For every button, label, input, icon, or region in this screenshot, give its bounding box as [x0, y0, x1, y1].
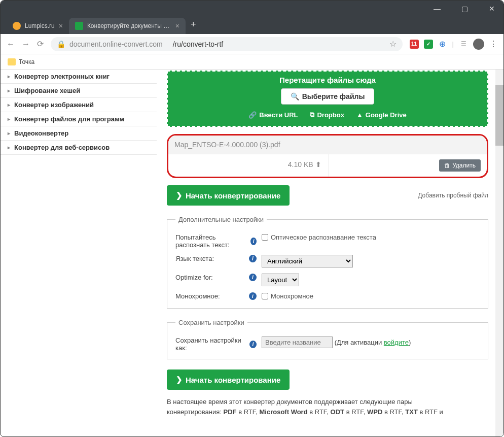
- bookmark-item[interactable]: Точка: [19, 58, 34, 65]
- chevron-right-icon: ▸: [8, 116, 10, 122]
- extension-icon[interactable]: 11: [410, 40, 419, 49]
- enter-url-link[interactable]: 🔗Ввести URL: [248, 111, 298, 119]
- file-name: Map_ENTSO-E-4.000.000 (3).pdf: [168, 136, 487, 154]
- choose-files-label: Выберите файлы: [302, 92, 365, 100]
- sidebar-item-label: Конвертер изображений: [14, 101, 94, 109]
- info-icon[interactable]: i: [250, 238, 257, 245]
- url-text: document.online-convert.com/ru/convert-t…: [69, 40, 238, 48]
- lock-icon: 🔒: [57, 40, 65, 48]
- extension-icon[interactable]: ✓: [424, 40, 433, 49]
- search-icon: 🔍: [291, 92, 299, 100]
- sidebar-item-image[interactable]: ▸Конвертер изображений: [1, 98, 157, 112]
- sidebar-item-label: Конвертер файлов для программ: [14, 115, 124, 123]
- tab-title: Lumpics.ru: [25, 22, 55, 29]
- window-minimize[interactable]: —: [429, 5, 445, 13]
- chevron-right-icon: ❯: [176, 191, 183, 200]
- save-as-label: Сохранить настройки как:: [175, 337, 249, 352]
- sidebar-item-software[interactable]: ▸Конвертер файлов для программ: [1, 112, 157, 126]
- fieldset-legend: Дополнительные настройки: [175, 216, 267, 223]
- gdrive-link[interactable]: ▲Google Drive: [356, 111, 407, 119]
- delete-file-button[interactable]: 🗑 Удалить: [439, 159, 481, 172]
- monochrome-checkbox-label[interactable]: Монохромное: [262, 292, 313, 300]
- browser-addressbar: ← → ⟳ 🔒 document.online-convert.com/ru/c…: [1, 34, 503, 54]
- ocr-checkbox[interactable]: [262, 234, 268, 241]
- tab-convert[interactable]: Конвертируйте документы в фо ×: [69, 18, 186, 34]
- tab-title: Конвертируйте документы в фо: [87, 22, 171, 29]
- info-icon[interactable]: i: [249, 341, 257, 348]
- start-label: Начать конвертирование: [186, 376, 280, 384]
- start-conversion-button-bottom[interactable]: ❯ Начать конвертирование: [167, 369, 290, 390]
- info-icon[interactable]: i: [249, 292, 257, 300]
- optimize-label: Optimize for:: [175, 274, 213, 281]
- link-label: Ввести URL: [259, 111, 298, 119]
- settings-name-input[interactable]: [262, 337, 333, 348]
- language-label: Язык текста:: [175, 255, 214, 262]
- reader-icon[interactable]: ☰: [459, 40, 468, 49]
- add-sample-link[interactable]: Добавить пробный файл: [418, 192, 488, 199]
- extensions: 11 ✓ ⊕ | ☰ ⋮: [410, 39, 497, 50]
- sidebar-item-label: Шифрование хешей: [14, 87, 80, 94]
- new-tab-button[interactable]: +: [186, 19, 201, 34]
- supported-formats-text: В настоящее время этот конвертер докумен…: [167, 397, 488, 417]
- chevron-right-icon: ❯: [176, 375, 183, 384]
- reload-button[interactable]: ⟳: [37, 39, 44, 49]
- sidebar-item-ebook[interactable]: ▸Конвертер электронных книг: [1, 70, 157, 84]
- tab-lumpics[interactable]: Lumpics.ru ×: [7, 18, 69, 34]
- bookmarks-bar: Точка: [1, 54, 503, 70]
- tab-favicon: [75, 22, 83, 30]
- sidebar-item-video[interactable]: ▸Видеоконвертер: [1, 126, 157, 141]
- dropbox-icon: ⧉: [310, 111, 314, 119]
- link-label: Google Drive: [366, 111, 407, 119]
- window-close[interactable]: ✕: [484, 5, 499, 13]
- forward-button[interactable]: →: [22, 40, 30, 49]
- choose-files-button[interactable]: 🔍 Выберите файлы: [281, 88, 375, 105]
- upload-icon: ⬆: [315, 160, 321, 169]
- extension-icon[interactable]: ⊕: [438, 40, 447, 49]
- monochrome-label: Монохромное:: [175, 292, 220, 300]
- save-settings-fieldset: Сохранить настройки Сохранить настройки …: [167, 319, 488, 359]
- info-icon[interactable]: i: [249, 274, 257, 281]
- close-icon[interactable]: ×: [175, 22, 179, 30]
- monochrome-checkbox[interactable]: [262, 293, 268, 299]
- link-label: Dropbox: [317, 111, 344, 119]
- gdrive-icon: ▲: [356, 111, 363, 119]
- menu-icon[interactable]: ⋮: [489, 39, 497, 49]
- folder-icon: [8, 58, 16, 65]
- sidebar-item-label: Конвертер для веб-сервисов: [14, 144, 110, 151]
- vertical-scrollbar[interactable]: [495, 70, 503, 437]
- close-icon[interactable]: ×: [59, 22, 63, 30]
- page-viewport: ▸Конвертер электронных книг ▸Шифрование …: [1, 70, 503, 437]
- ocr-checkbox-label[interactable]: Оптическое распознавание текста: [262, 233, 376, 241]
- trash-icon: 🗑: [444, 162, 450, 169]
- link-icon: 🔗: [248, 111, 257, 119]
- sidebar-item-label: Конвертер электронных книг: [14, 73, 110, 80]
- sidebar-item-web[interactable]: ▸Конвертер для веб-сервисов: [1, 141, 157, 155]
- chevron-right-icon: ▸: [8, 88, 10, 93]
- activation-hint: (Для активации войдите): [335, 339, 411, 346]
- dropbox-link[interactable]: ⧉Dropbox: [310, 111, 344, 119]
- delete-label: Удалить: [452, 162, 476, 169]
- dropzone-title: Перетащите файлы сюда: [173, 76, 482, 84]
- start-conversion-button[interactable]: ❯ Начать конвертирование: [167, 185, 290, 206]
- bookmark-star-icon[interactable]: ☆: [389, 39, 397, 49]
- fieldset-legend: Сохранить настройки: [175, 319, 247, 326]
- chevron-right-icon: ▸: [8, 145, 10, 150]
- address-input[interactable]: 🔒 document.online-convert.com/ru/convert…: [51, 37, 403, 51]
- ocr-label: Попытайтесь распознать текст:: [175, 233, 250, 249]
- optimize-select[interactable]: Layout: [262, 274, 299, 286]
- upload-dropzone[interactable]: Перетащите файлы сюда 🔍 Выберите файлы 🔗…: [167, 71, 488, 127]
- language-select[interactable]: Английский: [262, 255, 353, 267]
- chevron-right-icon: ▸: [8, 130, 10, 136]
- info-icon[interactable]: i: [249, 255, 257, 262]
- checkbox-text: Монохромное: [271, 292, 313, 300]
- profile-avatar[interactable]: [473, 39, 484, 50]
- scrollbar-thumb[interactable]: [495, 85, 503, 146]
- login-link[interactable]: войдите: [384, 339, 409, 346]
- tab-favicon: [13, 22, 21, 30]
- window-maximize[interactable]: ▢: [457, 5, 472, 13]
- back-button[interactable]: ←: [7, 40, 15, 49]
- sidebar-item-hash[interactable]: ▸Шифрование хешей: [1, 84, 157, 98]
- uploaded-file-box: Map_ENTSO-E-4.000.000 (3).pdf 4.10 KB ⬆ …: [167, 134, 488, 178]
- sidebar-item-label: Видеоконвертер: [14, 129, 68, 137]
- main-content: Перетащите файлы сюда 🔍 Выберите файлы 🔗…: [157, 70, 503, 437]
